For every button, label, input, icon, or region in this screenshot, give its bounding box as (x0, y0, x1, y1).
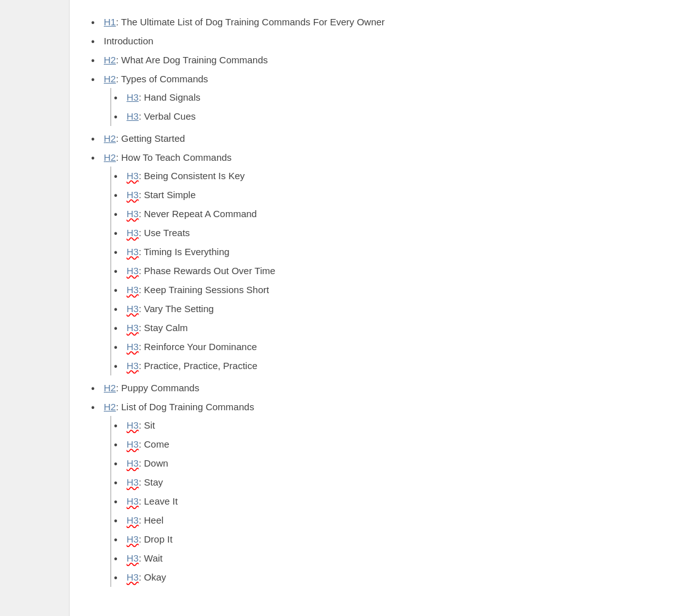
h3-sit-label: Sit (144, 420, 156, 431)
toc-item-h3-consistent[interactable]: H3: Being Consistent Is Key (111, 167, 677, 185)
h3-come-label: Come (144, 439, 170, 449)
toc-item-h3-practice[interactable]: H3: Practice, Practice, Practice (111, 356, 677, 375)
h3-timing-tag: H3 (127, 246, 139, 257)
h3-hand-label: Hand Signals (144, 92, 201, 103)
toc-item-introduction[interactable]: Introduction (89, 32, 677, 51)
toc-item-h3-heel[interactable]: H3: Heel (111, 511, 677, 530)
toc-item-h3-sit[interactable]: H3: Sit (111, 416, 677, 435)
toc-item-h3-drop[interactable]: H3: Drop It (111, 530, 677, 549)
h3-down-tag: H3 (127, 458, 139, 468)
toc-item-h3-timing[interactable]: H3: Timing Is Everything (111, 242, 677, 261)
toc-item-h2-list[interactable]: H2: List of Dog Training Commands H3: Si… (89, 398, 677, 590)
h2-howto-tag: H2 (104, 152, 116, 163)
h1-tag: H1 (104, 16, 116, 27)
h3-hand-tag: H3 (127, 92, 139, 103)
h3-drop-tag: H3 (127, 534, 139, 544)
h3-calm-label: Stay Calm (144, 322, 188, 333)
sidebar (0, 0, 70, 616)
h2-getting-label: Getting Started (121, 133, 185, 144)
h3-verbal-tag: H3 (127, 111, 139, 122)
toc-item-h2-getting[interactable]: H2: Getting Started (89, 129, 677, 148)
h3-consistent-label: Being Consistent Is Key (144, 170, 245, 181)
h2-what-label: What Are Dog Training Commands (121, 54, 268, 65)
toc-item-h2-puppy[interactable]: H2: Puppy Commands (89, 379, 677, 398)
toc-item-h1[interactable]: H1: The Ultimate List of Dog Training Co… (89, 13, 677, 32)
h2-types-label: Types of Commands (121, 73, 208, 84)
h3-leave-tag: H3 (127, 496, 139, 506)
h2-list-tag: H2 (104, 401, 116, 412)
toc-item-h3-okay[interactable]: H3: Okay (111, 568, 677, 587)
toc-item-h3-hand[interactable]: H3: Hand Signals (111, 88, 677, 107)
introduction-label: Introduction (104, 35, 153, 46)
h3-treats-tag: H3 (127, 227, 139, 238)
h3-practice-label: Practice, Practice, Practice (144, 360, 258, 371)
h3-calm-tag: H3 (127, 322, 139, 333)
h2-list-children: H3: Sit H3: Come H3: Down H3: Stay H3: L… (110, 416, 677, 587)
h3-consistent-tag: H3 (127, 170, 139, 181)
h1-label: The Ultimate List of Dog Training Comman… (121, 16, 385, 27)
h2-howto-label: How To Teach Commands (121, 152, 232, 163)
toc-item-h3-come[interactable]: H3: Come (111, 435, 677, 454)
toc-item-h3-calm[interactable]: H3: Stay Calm (111, 318, 677, 337)
h3-wait-tag: H3 (127, 553, 139, 563)
h3-sit-tag: H3 (127, 420, 139, 431)
h2-howto-children: H3: Being Consistent Is Key H3: Start Si… (110, 167, 677, 375)
h3-reinforce-tag: H3 (127, 341, 139, 352)
toc-item-h2-what[interactable]: H2: What Are Dog Training Commands (89, 51, 677, 70)
toc-item-h3-reinforce[interactable]: H3: Reinforce Your Dominance (111, 337, 677, 356)
h3-leave-label: Leave It (144, 496, 178, 506)
toc-item-h3-vary[interactable]: H3: Vary The Setting (111, 299, 677, 318)
h3-simple-tag: H3 (127, 189, 139, 200)
h2-what-sep: : (116, 54, 121, 65)
toc-item-h3-phase[interactable]: H3: Phase Rewards Out Over Time (111, 261, 677, 280)
h3-down-label: Down (144, 458, 168, 468)
h3-okay-tag: H3 (127, 572, 139, 582)
h3-keep-label: Keep Training Sessions Short (144, 284, 270, 295)
h2-list-label: List of Dog Training Commands (121, 401, 254, 412)
toc-item-h3-simple[interactable]: H3: Start Simple (111, 185, 677, 204)
toc-item-h3-leave[interactable]: H3: Leave It (111, 492, 677, 511)
main-content: H1: The Ultimate List of Dog Training Co… (70, 0, 696, 616)
toc-item-h3-stay[interactable]: H3: Stay (111, 473, 677, 492)
h3-heel-tag: H3 (127, 515, 139, 525)
h2-puppy-tag: H2 (104, 382, 116, 393)
toc-item-h2-howto[interactable]: H2: How To Teach Commands H3: Being Cons… (89, 148, 677, 379)
toc-item-h2-types[interactable]: H2: Types of Commands H3: Hand Signals H… (89, 70, 677, 129)
h2-what-tag: H2 (104, 54, 116, 65)
h2-types-children: H3: Hand Signals H3: Verbal Cues (110, 88, 677, 126)
h3-heel-label: Heel (144, 515, 164, 525)
h3-vary-tag: H3 (127, 303, 139, 314)
h3-verbal-label: Verbal Cues (144, 111, 196, 122)
h3-practice-tag: H3 (127, 360, 139, 371)
h2-types-tag: H2 (104, 73, 116, 84)
toc-item-h3-verbal[interactable]: H3: Verbal Cues (111, 107, 677, 126)
toc-item-h3-wait[interactable]: H3: Wait (111, 549, 677, 568)
toc-item-h3-treats[interactable]: H3: Use Treats (111, 223, 677, 242)
h3-phase-tag: H3 (127, 265, 139, 276)
h3-wait-label: Wait (144, 553, 163, 563)
h3-treats-label: Use Treats (144, 227, 190, 238)
h3-vary-label: Vary The Setting (144, 303, 214, 314)
h3-never-tag: H3 (127, 208, 139, 219)
toc-item-h3-never[interactable]: H3: Never Repeat A Command (111, 204, 677, 223)
h3-stay-tag: H3 (127, 477, 139, 487)
h3-okay-label: Okay (144, 572, 166, 582)
h3-stay-label: Stay (144, 477, 163, 487)
h2-puppy-label: Puppy Commands (121, 382, 199, 393)
toc-item-h3-down[interactable]: H3: Down (111, 454, 677, 473)
h3-keep-tag: H3 (127, 284, 139, 295)
toc-list: H1: The Ultimate List of Dog Training Co… (89, 13, 677, 590)
h3-timing-label: Timing Is Everything (144, 246, 229, 257)
h3-reinforce-label: Reinforce Your Dominance (144, 341, 257, 352)
h3-drop-label: Drop It (144, 534, 173, 544)
h3-come-tag: H3 (127, 439, 139, 449)
toc-item-h3-keep[interactable]: H3: Keep Training Sessions Short (111, 280, 677, 299)
h2-getting-tag: H2 (104, 133, 116, 144)
h3-never-label: Never Repeat A Command (144, 208, 257, 219)
h3-phase-label: Phase Rewards Out Over Time (144, 265, 276, 276)
h3-simple-label: Start Simple (144, 189, 196, 200)
